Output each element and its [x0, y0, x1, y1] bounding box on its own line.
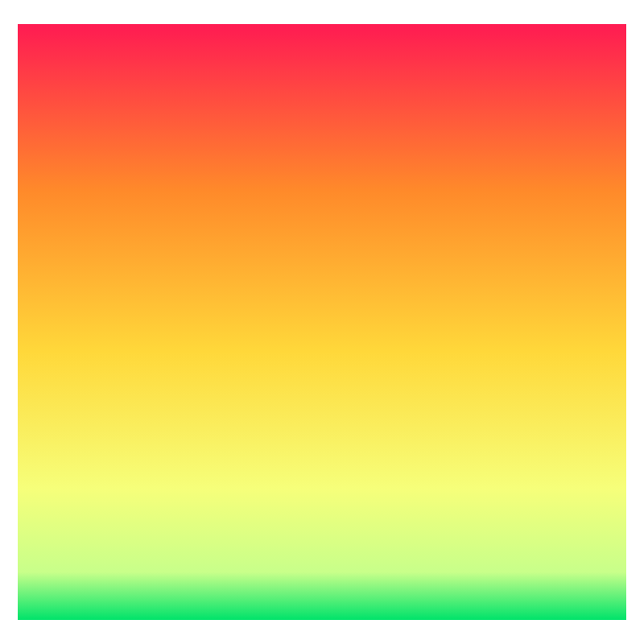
gradient-background [18, 24, 626, 620]
chart-svg [16, 23, 628, 634]
bottleneck-chart [16, 23, 628, 634]
